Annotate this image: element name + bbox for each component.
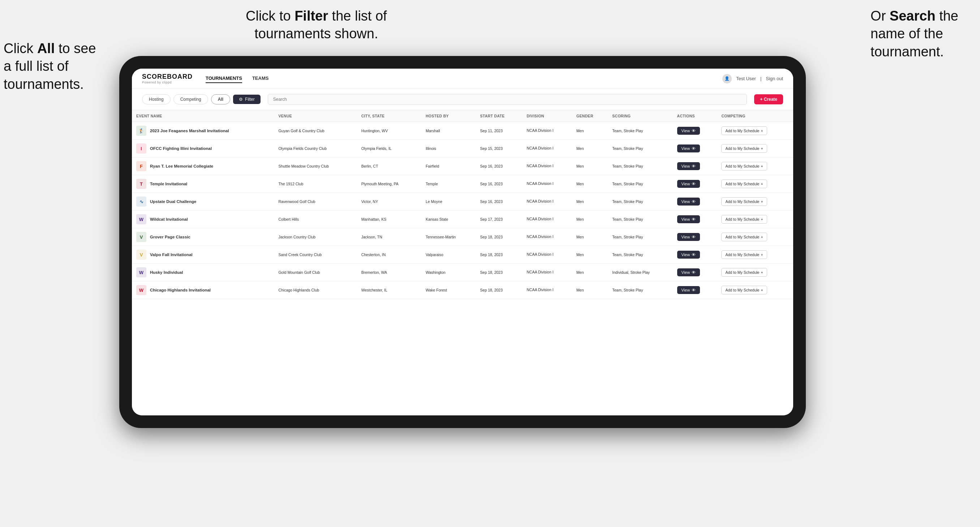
user-icon: 👤: [722, 74, 732, 83]
cell-gender-2: Men: [572, 157, 608, 175]
plus-icon-3: +: [760, 182, 763, 186]
cell-hosted-5: Kansas State: [422, 211, 476, 228]
add-schedule-button-9[interactable]: Add to My Schedule +: [721, 286, 767, 294]
add-schedule-button-2[interactable]: Add to My Schedule +: [721, 162, 767, 170]
view-button-1[interactable]: View 👁: [677, 144, 700, 152]
cell-division-4: NCAA Division I: [522, 193, 572, 211]
view-button-2[interactable]: View 👁: [677, 162, 700, 170]
tournament-table: EVENT NAME VENUE CITY, STATE HOSTED BY S…: [132, 110, 793, 299]
cell-event-name-5: W Wildcat Invitational: [132, 211, 274, 228]
cell-city-0: Huntington, WV: [357, 122, 422, 140]
add-schedule-button-7[interactable]: Add to My Schedule +: [721, 250, 767, 259]
search-input[interactable]: [268, 94, 747, 105]
nav-items: TOURNAMENTS TEAMS: [205, 74, 722, 83]
add-schedule-button-5[interactable]: Add to My Schedule +: [721, 215, 767, 224]
filter-button[interactable]: ⚙ Filter: [233, 95, 261, 104]
cell-competing-8: Add to My Schedule +: [717, 264, 793, 281]
cell-scoring-0: Team, Stroke Play: [608, 122, 673, 140]
eye-icon-7: 👁: [692, 252, 695, 257]
tab-competing[interactable]: Competing: [173, 94, 208, 105]
event-name-0: 2023 Joe Feaganes Marshall Invitational: [150, 129, 229, 133]
cell-date-7: Sep 18, 2023: [476, 246, 522, 264]
nav-tournaments[interactable]: TOURNAMENTS: [205, 74, 242, 83]
cell-gender-7: Men: [572, 246, 608, 264]
cell-actions-4: View 👁: [673, 193, 717, 211]
col-competing: COMPETING: [717, 110, 793, 122]
cell-competing-4: Add to My Schedule +: [717, 193, 793, 211]
add-schedule-button-1[interactable]: Add to My Schedule +: [721, 144, 767, 153]
cell-scoring-6: Team, Stroke Play: [608, 228, 673, 246]
col-start-date: START DATE: [476, 110, 522, 122]
col-actions: ACTIONS: [673, 110, 717, 122]
event-name-6: Grover Page Classic: [150, 235, 191, 239]
cell-division-7: NCAA Division I: [522, 246, 572, 264]
cell-competing-7: Add to My Schedule +: [717, 246, 793, 264]
signout-link[interactable]: Sign out: [766, 76, 783, 81]
header-right: 👤 Test User | Sign out: [722, 74, 783, 83]
cell-hosted-7: Valparaiso: [422, 246, 476, 264]
team-logo-5: W: [136, 214, 146, 224]
cell-scoring-4: Team, Stroke Play: [608, 193, 673, 211]
tournament-table-container: EVENT NAME VENUE CITY, STATE HOSTED BY S…: [132, 110, 793, 415]
table-row: V Grover Page Classic Jackson Country Cl…: [132, 228, 793, 246]
view-button-5[interactable]: View 👁: [677, 215, 700, 223]
cell-division-1: NCAA Division I: [522, 140, 572, 157]
col-scoring: SCORING: [608, 110, 673, 122]
create-button[interactable]: + Create: [754, 94, 783, 105]
table-row: T Temple Invitational The 1912 Club Plym…: [132, 175, 793, 193]
plus-icon-7: +: [760, 252, 763, 257]
cell-actions-8: View 👁: [673, 264, 717, 281]
table-row: ∿ Upstate Dual Challenge Ravenwood Golf …: [132, 193, 793, 211]
event-name-1: OFCC Fighting Illini Invitational: [150, 146, 212, 151]
cell-division-9: NCAA Division I: [522, 281, 572, 299]
view-button-6[interactable]: View 👁: [677, 233, 700, 241]
tab-hosting[interactable]: Hosting: [142, 94, 170, 105]
cell-actions-0: View 👁: [673, 122, 717, 140]
cell-city-8: Bremerton, WA: [357, 264, 422, 281]
add-schedule-button-3[interactable]: Add to My Schedule +: [721, 179, 767, 188]
table-row: W Chicago Highlands Invitational Chicago…: [132, 281, 793, 299]
logo-area: SCOREBOARD Powered by clippd: [142, 73, 192, 84]
cell-scoring-3: Team, Stroke Play: [608, 175, 673, 193]
table-row: W Wildcat Invitational Colbert Hills Man…: [132, 211, 793, 228]
add-schedule-button-4[interactable]: Add to My Schedule +: [721, 197, 767, 206]
cell-city-3: Plymouth Meeting, PA: [357, 175, 422, 193]
add-schedule-button-6[interactable]: Add to My Schedule +: [721, 233, 767, 241]
cell-competing-5: Add to My Schedule +: [717, 211, 793, 228]
annotation-all: Click All to seea full list oftournament…: [3, 40, 96, 93]
view-button-0[interactable]: View 👁: [677, 127, 700, 135]
user-name: Test User: [736, 76, 756, 81]
table-body: 🏌 2023 Joe Feaganes Marshall Invitationa…: [132, 122, 793, 299]
filter-bar: Hosting Competing All ⚙ Filter + Create: [132, 89, 793, 110]
plus-icon-0: +: [760, 129, 763, 133]
eye-icon-9: 👁: [692, 288, 695, 292]
filter-icon: ⚙: [239, 97, 243, 102]
cell-venue-1: Olympia Fields Country Club: [274, 140, 357, 157]
cell-date-0: Sep 11, 2023: [476, 122, 522, 140]
view-button-7[interactable]: View 👁: [677, 251, 700, 259]
cell-city-9: Westchester, IL: [357, 281, 422, 299]
add-schedule-button-8[interactable]: Add to My Schedule +: [721, 268, 767, 277]
tab-all[interactable]: All: [211, 94, 230, 105]
view-button-4[interactable]: View 👁: [677, 198, 700, 206]
cell-venue-9: Chicago Highlands Club: [274, 281, 357, 299]
cell-hosted-0: Marshall: [422, 122, 476, 140]
cell-event-name-2: F Ryan T. Lee Memorial Collegiate: [132, 157, 274, 175]
view-button-8[interactable]: View 👁: [677, 268, 700, 276]
tablet-frame: SCOREBOARD Powered by clippd TOURNAMENTS…: [119, 56, 806, 428]
cell-scoring-9: Team, Stroke Play: [608, 281, 673, 299]
nav-teams[interactable]: TEAMS: [252, 74, 269, 83]
cell-date-5: Sep 17, 2023: [476, 211, 522, 228]
view-button-9[interactable]: View 👁: [677, 286, 700, 294]
team-logo-3: T: [136, 179, 146, 189]
cell-hosted-2: Fairfield: [422, 157, 476, 175]
cell-scoring-5: Team, Stroke Play: [608, 211, 673, 228]
cell-date-3: Sep 16, 2023: [476, 175, 522, 193]
cell-date-4: Sep 16, 2023: [476, 193, 522, 211]
view-button-3[interactable]: View 👁: [677, 180, 700, 188]
team-logo-7: V: [136, 249, 146, 260]
add-schedule-button-0[interactable]: Add to My Schedule +: [721, 126, 767, 135]
cell-actions-3: View 👁: [673, 175, 717, 193]
eye-icon-6: 👁: [692, 235, 695, 239]
cell-hosted-8: Washington: [422, 264, 476, 281]
